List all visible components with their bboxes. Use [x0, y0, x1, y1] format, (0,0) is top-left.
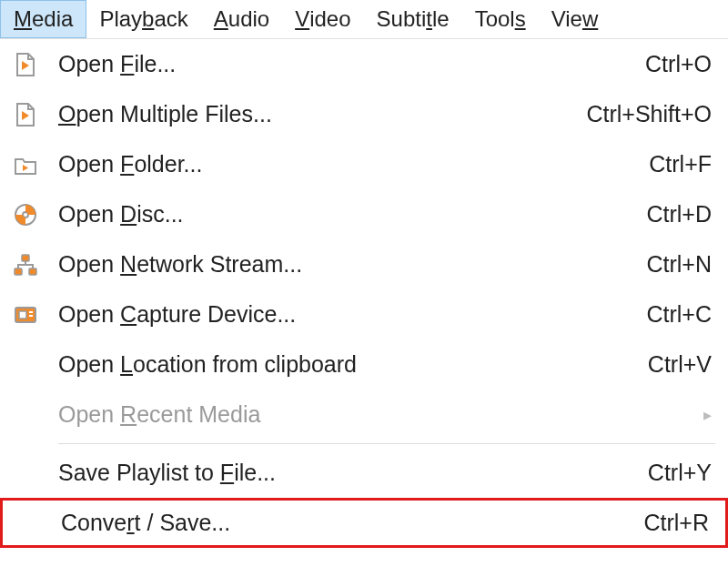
menu-open-capture-device[interactable]: Open Capture Device...Ctrl+C	[0, 289, 728, 339]
menubar-item-subtitle[interactable]: Subtitle	[364, 0, 462, 38]
menu-open-disc[interactable]: Open Disc...Ctrl+D	[0, 189, 728, 239]
menu-item-label: Open Multiple Files...	[58, 101, 559, 127]
menubar-item-view[interactable]: View	[539, 0, 612, 38]
menu-item-label: Open File...	[58, 51, 618, 77]
menu-item-label: Open Capture Device...	[58, 301, 619, 328]
menu-item-label: Open Network Stream...	[58, 251, 619, 278]
menubar-item-audio[interactable]: Audio	[201, 0, 282, 38]
menu-item-label: Convert / Save...	[61, 510, 616, 536]
menu-save-playlist[interactable]: Save Playlist to File...Ctrl+Y	[0, 448, 728, 498]
menubar-item-tools[interactable]: Tools	[462, 0, 539, 38]
menubar: MediaPlaybackAudioVideoSubtitleToolsView	[0, 0, 728, 38]
menu-item-shortcut: Ctrl+V	[648, 351, 712, 378]
menubar-item-playback[interactable]: Playback	[86, 0, 200, 38]
menu-open-network-stream[interactable]: Open Network Stream...Ctrl+N	[0, 239, 728, 289]
menubar-item-video[interactable]: Video	[282, 0, 363, 38]
folder-play-icon	[13, 152, 58, 177]
menu-open-file[interactable]: Open File...Ctrl+O	[0, 39, 728, 89]
menu-open-location-clipboard[interactable]: Open Location from clipboardCtrl+V	[0, 339, 728, 390]
file-play-icon	[13, 102, 58, 127]
menu-item-label: Open Recent Media	[58, 401, 696, 428]
menu-open-recent-media: Open Recent Media▸	[0, 390, 728, 440]
capture-icon	[13, 302, 58, 328]
menu-item-label: Open Location from clipboard	[58, 351, 621, 378]
menu-item-shortcut: Ctrl+R	[643, 510, 709, 536]
menu-item-shortcut: Ctrl+O	[645, 51, 712, 77]
media-dropdown-menu: Open File...Ctrl+OOpen Multiple Files...…	[0, 38, 728, 548]
chevron-right-icon: ▸	[703, 405, 712, 425]
menu-open-multiple-files[interactable]: Open Multiple Files...Ctrl+Shift+O	[0, 89, 728, 139]
menubar-item-media[interactable]: Media	[0, 0, 86, 38]
menu-item-shortcut: Ctrl+Y	[648, 460, 712, 486]
menu-item-shortcut: Ctrl+Shift+O	[586, 101, 712, 127]
file-play-icon	[13, 52, 58, 77]
menu-item-shortcut: Ctrl+N	[646, 251, 712, 278]
menu-item-shortcut: Ctrl+D	[646, 201, 712, 228]
menu-item-label: Open Folder...	[58, 151, 622, 177]
menu-separator	[58, 443, 715, 444]
menu-convert-save[interactable]: Convert / Save...Ctrl+R	[0, 498, 728, 548]
menu-item-label: Save Playlist to File...	[58, 460, 621, 486]
menu-item-shortcut: Ctrl+F	[649, 151, 712, 177]
menu-item-shortcut: Ctrl+C	[646, 301, 712, 328]
menu-item-label: Open Disc...	[58, 201, 619, 228]
disc-icon	[13, 202, 58, 228]
network-icon	[13, 252, 58, 278]
menu-open-folder[interactable]: Open Folder...Ctrl+F	[0, 139, 728, 189]
